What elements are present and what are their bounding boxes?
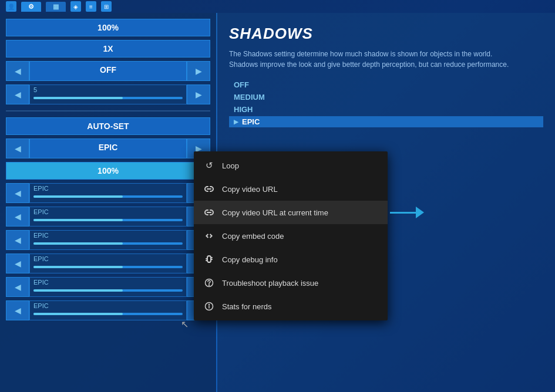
epic-track-3[interactable] [33, 242, 183, 245]
options-list: OFF MEDIUM HIGH EPIC [229, 79, 543, 127]
menu-item-copy-url-time[interactable]: Copy video URL at current time [194, 201, 388, 224]
setting-row-100-highlight: 100% [6, 162, 210, 180]
arrow-left-epic-3[interactable]: ◀ [6, 230, 29, 250]
code-icon [203, 230, 215, 242]
nav-icon-diamond[interactable]: ◈ [70, 1, 81, 12]
arrow-left-epic-1[interactable]: ◀ [6, 183, 29, 203]
slider-label: 5 [33, 86, 183, 93]
menu-item-stats[interactable]: Stats for nerds [194, 295, 388, 318]
setting-row-epic-main: ◀ EPIC ▶ [6, 138, 210, 158]
option-off[interactable]: OFF [229, 79, 543, 90]
epic-slider-1: EPIC [29, 183, 187, 203]
context-menu: Loop Copy video URL Copy video URL at cu… [194, 151, 388, 320]
menu-item-loop[interactable]: Loop [194, 154, 388, 177]
epic-label-1: EPIC [33, 185, 183, 192]
setting-row-epic-6: ◀ EPIC ▶ [6, 300, 210, 320]
setting-row-1x: 1x [6, 40, 210, 58]
setting-row-percent: 100% [6, 19, 210, 36]
arrow-left-epic-4[interactable]: ◀ [6, 254, 29, 273]
setting-row-off: ◀ OFF ▶ [6, 61, 210, 81]
slider-container: 5 [29, 85, 187, 104]
epic-track-2[interactable] [33, 219, 183, 221]
option-epic[interactable]: EPIC [229, 116, 543, 127]
menu-label-copy-url-time: Copy video URL at current time [222, 208, 378, 217]
link-icon-2 [203, 207, 215, 218]
nav-tab-settings[interactable]: ⚙ [21, 2, 41, 12]
epic-label-6: EPIC [33, 302, 183, 309]
epic-label-2: EPIC [33, 208, 183, 215]
mouse-cursor: ↖ [181, 319, 189, 330]
svg-point-1 [209, 285, 210, 286]
setting-row-epic-3: ◀ EPIC ▶ [6, 230, 210, 250]
menu-item-troubleshoot[interactable]: Troubleshoot playback issue [194, 271, 388, 295]
arrow-left-off[interactable]: ◀ [6, 61, 29, 81]
epic-track-1[interactable] [33, 195, 183, 198]
setting-value-off: OFF [29, 61, 187, 81]
setting-row-epic-5: ◀ EPIC ▶ [6, 277, 210, 297]
menu-label-copy-url: Copy video URL [222, 185, 378, 194]
arrow-right-slider[interactable]: ▶ [187, 85, 210, 104]
arrow-left-epic[interactable]: ◀ [6, 138, 29, 158]
menu-label-troubleshoot: Troubleshoot playback issue [222, 279, 378, 288]
epic-slider-5: EPIC [29, 277, 187, 297]
blue-arrow-indicator [390, 207, 424, 218]
epic-track-4[interactable] [33, 266, 183, 268]
debug-icon [203, 254, 215, 265]
menu-label-stats: Stats for nerds [222, 302, 378, 311]
epic-slider-3: EPIC [29, 230, 187, 250]
option-medium[interactable]: MEDIUM [229, 92, 543, 103]
link-icon-1 [203, 183, 215, 195]
menu-label-copy-debug: Copy debug info [222, 255, 378, 264]
setting-value-autoset: AUTO-SET [6, 117, 210, 135]
arrow-left-slider[interactable]: ◀ [6, 85, 29, 104]
setting-row-slider: ◀ 5 ▶ [6, 85, 210, 104]
setting-value-percent: 100% [6, 19, 210, 36]
menu-label-copy-embed: Copy embed code [222, 232, 378, 241]
top-navigation-bar: 👤 ⚙ ▦ ◈ ≡ ⊞ [0, 0, 555, 13]
nav-tab-map[interactable]: ▦ [46, 2, 66, 12]
slider-track[interactable] [33, 97, 183, 99]
menu-item-copy-debug[interactable]: Copy debug info [194, 248, 388, 271]
arrow-left-epic-2[interactable]: ◀ [6, 207, 29, 227]
info-description: The Shadows setting determine how much s… [229, 49, 523, 70]
epic-slider-2: EPIC [29, 207, 187, 227]
setting-value-epic-main: EPIC [29, 138, 187, 158]
setting-row-autoset: AUTO-SET [6, 117, 210, 135]
question-icon [203, 277, 215, 289]
svg-point-4 [209, 305, 210, 305]
setting-row-epic-1: ◀ EPIC ▶ [6, 183, 210, 203]
nav-icon-menu[interactable]: ≡ [86, 1, 96, 12]
menu-item-copy-embed[interactable]: Copy embed code [194, 224, 388, 248]
epic-label-3: EPIC [33, 232, 183, 239]
arrow-left-epic-6[interactable]: ◀ [6, 300, 29, 320]
divider-1 [6, 110, 210, 111]
epic-track-5[interactable] [33, 289, 183, 292]
epic-track-6[interactable] [33, 313, 183, 315]
epic-slider-6: EPIC [29, 300, 187, 320]
settings-panel: 100% 1x ◀ OFF ▶ ◀ 5 ▶ AUTO-SET ◀ EPIC ▶ … [0, 13, 216, 392]
loop-icon [203, 160, 215, 171]
nav-icon-person[interactable]: 👤 [6, 1, 16, 12]
info-icon [203, 300, 215, 312]
setting-value-100-highlight: 100% [6, 162, 210, 180]
setting-row-epic-2: ◀ EPIC ▶ [6, 207, 210, 227]
epic-label-4: EPIC [33, 255, 183, 262]
arrow-left-epic-5[interactable]: ◀ [6, 277, 29, 297]
info-title: SHADOWS [229, 25, 543, 43]
nav-icon-grid[interactable]: ⊞ [101, 1, 112, 12]
setting-value-1x: 1x [6, 40, 210, 58]
epic-label-5: EPIC [33, 279, 183, 286]
menu-label-loop: Loop [222, 161, 378, 170]
option-high[interactable]: HIGH [229, 104, 543, 115]
setting-row-epic-4: ◀ EPIC ▶ [6, 254, 210, 273]
menu-item-copy-url[interactable]: Copy video URL [194, 177, 388, 201]
arrow-right-off[interactable]: ▶ [187, 61, 210, 81]
epic-slider-4: EPIC [29, 254, 187, 273]
